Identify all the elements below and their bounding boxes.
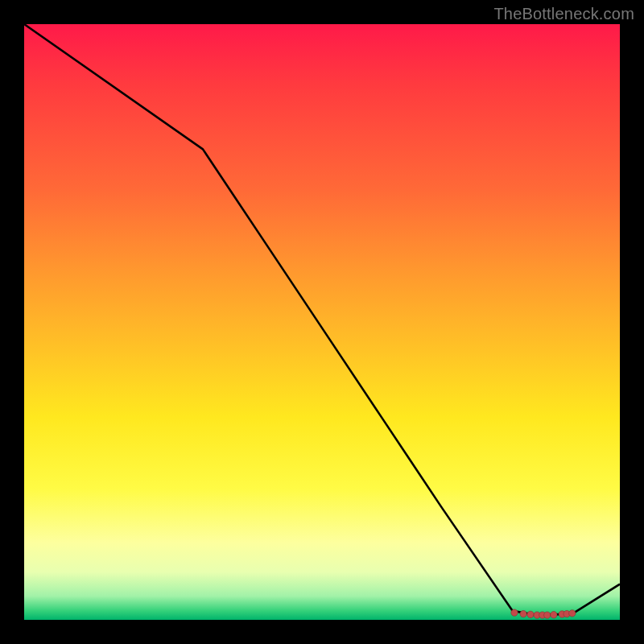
attribution-text: TheBottleneck.com — [493, 5, 634, 23]
optimum-marker — [544, 612, 551, 618]
optimum-marker — [520, 610, 526, 617]
bottleneck-curve — [24, 24, 620, 615]
optimum-marker — [527, 611, 534, 617]
optimum-markers — [511, 609, 576, 618]
optimum-marker — [551, 612, 557, 618]
optimum-marker — [569, 610, 576, 617]
chart-area — [24, 24, 620, 620]
chart-overlay — [24, 24, 620, 620]
optimum-marker — [511, 609, 518, 616]
